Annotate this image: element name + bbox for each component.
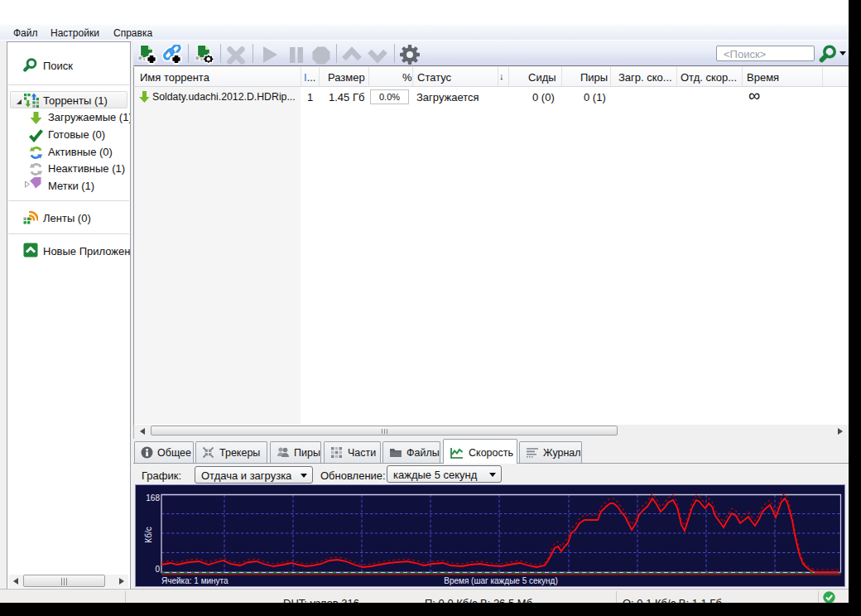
svg-text:168: 168 — [146, 493, 160, 503]
svg-text:0: 0 — [155, 565, 160, 574]
svg-text:Кб/с: Кб/с — [144, 527, 153, 542]
svg-text:Ячейка: 1 минута: Ячейка: 1 минута — [161, 576, 228, 585]
svg-text:Время (шаг каждые 5 секунд): Время (шаг каждые 5 секунд) — [444, 576, 558, 585]
